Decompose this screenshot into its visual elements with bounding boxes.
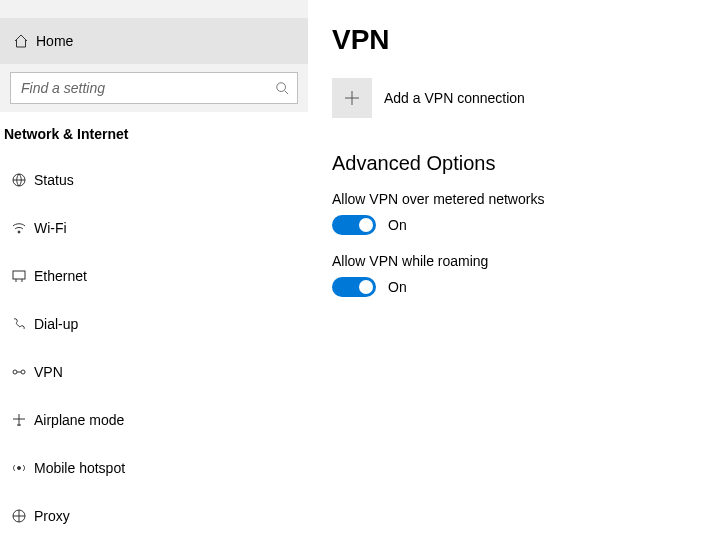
svg-point-0 xyxy=(277,83,286,92)
sidebar-item-dialup[interactable]: Dial-up xyxy=(0,300,308,348)
option-metered-label: Allow VPN over metered networks xyxy=(332,191,691,207)
sidebar-item-wifi[interactable]: Wi-Fi xyxy=(0,204,308,252)
option-metered: Allow VPN over metered networks On xyxy=(332,191,691,235)
category-header: Network & Internet xyxy=(0,112,308,156)
hotspot-icon xyxy=(4,460,34,476)
svg-point-9 xyxy=(21,370,25,374)
airplane-icon xyxy=(4,412,34,428)
sidebar-item-label: Wi-Fi xyxy=(34,220,67,236)
sidebar-item-hotspot[interactable]: Mobile hotspot xyxy=(0,444,308,492)
add-vpn-button[interactable]: Add a VPN connection xyxy=(332,78,691,118)
advanced-options-heading: Advanced Options xyxy=(332,152,691,175)
svg-point-4 xyxy=(18,231,20,233)
home-button[interactable]: Home xyxy=(0,18,308,64)
sidebar-item-label: Status xyxy=(34,172,74,188)
search-input[interactable] xyxy=(11,73,297,103)
svg-point-11 xyxy=(18,467,21,470)
toggle-metered[interactable] xyxy=(332,215,376,235)
sidebar-item-label: VPN xyxy=(34,364,63,380)
sidebar-item-proxy[interactable]: Proxy xyxy=(0,492,308,540)
dialup-icon xyxy=(4,316,34,332)
status-icon xyxy=(4,172,34,188)
add-vpn-label: Add a VPN connection xyxy=(384,90,525,106)
sidebar-item-label: Dial-up xyxy=(34,316,78,332)
nav-area: Network & Internet Status Wi-Fi xyxy=(0,112,308,551)
search-box[interactable] xyxy=(10,72,298,104)
sidebar-item-status[interactable]: Status xyxy=(0,156,308,204)
home-label: Home xyxy=(36,33,73,49)
toggle-roaming-state: On xyxy=(388,279,407,295)
toggle-roaming[interactable] xyxy=(332,277,376,297)
sidebar-item-airplane[interactable]: Airplane mode xyxy=(0,396,308,444)
plus-icon xyxy=(332,78,372,118)
sidebar-item-ethernet[interactable]: Ethernet xyxy=(0,252,308,300)
vpn-icon xyxy=(4,364,34,380)
sidebar-item-label: Mobile hotspot xyxy=(34,460,125,476)
sidebar-item-vpn[interactable]: VPN xyxy=(0,348,308,396)
search-wrap xyxy=(0,64,308,112)
proxy-icon xyxy=(4,508,34,524)
sidebar-item-label: Ethernet xyxy=(34,268,87,284)
sidebar: Home Network & Internet Status xyxy=(0,0,308,551)
search-icon xyxy=(275,81,289,95)
sidebar-item-label: Airplane mode xyxy=(34,412,124,428)
svg-point-8 xyxy=(13,370,17,374)
svg-line-1 xyxy=(285,91,289,95)
sidebar-item-label: Proxy xyxy=(34,508,70,524)
page-title: VPN xyxy=(332,24,691,56)
svg-rect-5 xyxy=(13,271,25,279)
main-content: VPN Add a VPN connection Advanced Option… xyxy=(308,0,715,551)
toggle-metered-state: On xyxy=(388,217,407,233)
ethernet-icon xyxy=(4,268,34,284)
home-icon xyxy=(6,33,36,49)
option-roaming-label: Allow VPN while roaming xyxy=(332,253,691,269)
wifi-icon xyxy=(4,220,34,236)
option-roaming: Allow VPN while roaming On xyxy=(332,253,691,297)
